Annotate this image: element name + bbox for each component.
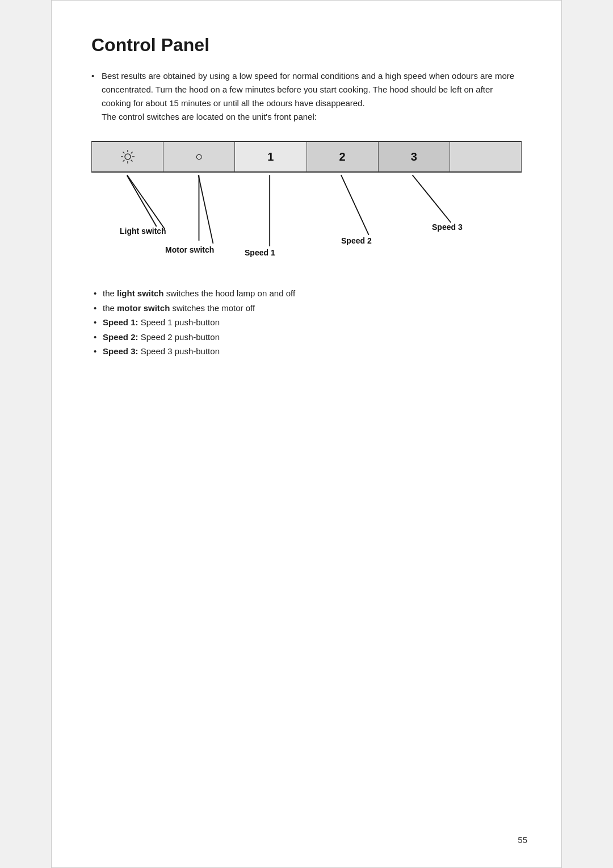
speed2-label: 2 <box>339 150 346 163</box>
speed1-label: 1 <box>267 150 274 163</box>
empty-cell <box>450 142 522 171</box>
bold-motor-switch: motor switch <box>117 303 170 313</box>
feature-item-speed3: Speed 3: Speed 3 push-button <box>91 344 522 359</box>
svg-line-7 <box>131 152 132 154</box>
feature-list: the light switch switches the hood lamp … <box>91 286 522 359</box>
intro-item: Best results are obtained by using a low… <box>91 69 522 124</box>
intro-list: Best results are obtained by using a low… <box>91 69 522 124</box>
motor-switch-label: Motor switch <box>165 245 214 254</box>
speed2-cell: 2 <box>307 142 379 171</box>
bold-speed3: Speed 3: <box>103 346 138 356</box>
sun-icon <box>120 149 136 165</box>
arrows-svg <box>91 173 522 263</box>
svg-line-11 <box>127 175 165 229</box>
page: Control Panel Best results are obtained … <box>51 0 562 868</box>
speed3-label: 3 <box>411 150 417 163</box>
bold-speed2: Speed 2: <box>103 332 138 342</box>
arrows-area: Light switch Motor switch Speed 1 Speed … <box>91 173 522 263</box>
panel-strip: ○ 1 2 3 <box>91 141 522 173</box>
speed3-label-text: Speed 3 <box>432 223 463 232</box>
page-number: 55 <box>518 835 527 845</box>
bold-speed1: Speed 1: <box>103 317 138 327</box>
light-switch-cell <box>91 142 163 171</box>
feature-item-speed2: Speed 2: Speed 2 push-button <box>91 330 522 345</box>
speed1-label-text: Speed 1 <box>245 248 275 257</box>
svg-line-14 <box>341 175 369 235</box>
speed3-cell: 3 <box>379 142 450 171</box>
light-switch-label: Light switch <box>120 227 166 236</box>
feature-item-light: the light switch switches the hood lamp … <box>91 286 522 301</box>
svg-point-0 <box>125 154 131 160</box>
svg-line-15 <box>413 175 451 223</box>
page-title: Control Panel <box>91 35 522 56</box>
svg-line-9 <box>127 175 157 227</box>
control-panel-diagram: ○ 1 2 3 <box>91 141 522 263</box>
circle-symbol: ○ <box>195 149 203 164</box>
feature-item-motor: the motor switch switches the motor off <box>91 301 522 316</box>
speed2-label-text: Speed 2 <box>341 236 372 245</box>
svg-line-5 <box>123 152 124 154</box>
speed1-cell: 1 <box>235 142 306 171</box>
bold-light-switch: light switch <box>117 288 164 298</box>
svg-line-8 <box>123 160 124 162</box>
svg-line-6 <box>131 160 132 162</box>
svg-line-12 <box>199 175 213 244</box>
feature-item-speed1: Speed 1: Speed 1 push-button <box>91 315 522 330</box>
motor-switch-cell: ○ <box>163 142 235 171</box>
